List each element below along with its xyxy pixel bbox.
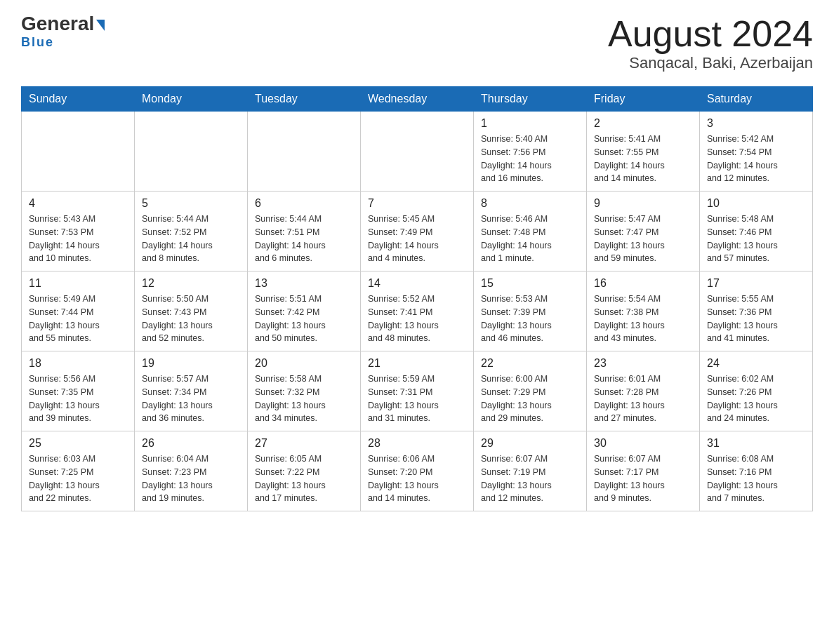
calendar-cell: 2Sunrise: 5:41 AMSunset: 7:55 PMDaylight… xyxy=(587,112,700,192)
day-number: 3 xyxy=(707,117,805,130)
day-number: 4 xyxy=(29,197,127,210)
day-number: 31 xyxy=(707,437,805,450)
day-number: 10 xyxy=(707,197,805,210)
day-number: 22 xyxy=(481,357,579,370)
day-info: Sunrise: 5:48 AMSunset: 7:46 PMDaylight:… xyxy=(707,213,805,265)
calendar-cell: 24Sunrise: 6:02 AMSunset: 7:26 PMDayligh… xyxy=(700,351,813,431)
day-number: 19 xyxy=(142,357,240,370)
calendar-cell: 3Sunrise: 5:42 AMSunset: 7:54 PMDaylight… xyxy=(700,112,813,192)
calendar-week-row: 1Sunrise: 5:40 AMSunset: 7:56 PMDaylight… xyxy=(22,112,813,192)
calendar-cell xyxy=(22,112,135,192)
day-info: Sunrise: 5:55 AMSunset: 7:36 PMDaylight:… xyxy=(707,293,805,345)
day-info: Sunrise: 5:58 AMSunset: 7:32 PMDaylight:… xyxy=(255,373,353,425)
day-number: 18 xyxy=(29,357,127,370)
calendar-cell: 28Sunrise: 6:06 AMSunset: 7:20 PMDayligh… xyxy=(361,431,474,511)
day-number: 9 xyxy=(594,197,692,210)
day-info: Sunrise: 6:07 AMSunset: 7:19 PMDaylight:… xyxy=(481,452,579,505)
day-info: Sunrise: 5:52 AMSunset: 7:41 PMDaylight:… xyxy=(368,293,466,345)
logo-triangle-icon xyxy=(96,20,105,31)
calendar-cell: 15Sunrise: 5:53 AMSunset: 7:39 PMDayligh… xyxy=(474,271,587,351)
calendar-week-row: 25Sunrise: 6:03 AMSunset: 7:25 PMDayligh… xyxy=(22,431,813,511)
calendar-cell: 31Sunrise: 6:08 AMSunset: 7:16 PMDayligh… xyxy=(700,431,813,511)
day-info: Sunrise: 5:51 AMSunset: 7:42 PMDaylight:… xyxy=(255,293,353,345)
calendar-table: SundayMondayTuesdayWednesdayThursdayFrid… xyxy=(21,86,813,511)
day-info: Sunrise: 5:49 AMSunset: 7:44 PMDaylight:… xyxy=(29,293,127,345)
day-info: Sunrise: 6:05 AMSunset: 7:22 PMDaylight:… xyxy=(255,452,353,505)
day-info: Sunrise: 5:43 AMSunset: 7:53 PMDaylight:… xyxy=(29,213,127,265)
day-info: Sunrise: 6:04 AMSunset: 7:23 PMDaylight:… xyxy=(142,452,240,505)
calendar-cell: 7Sunrise: 5:45 AMSunset: 7:49 PMDaylight… xyxy=(361,192,474,271)
day-number: 21 xyxy=(368,357,466,370)
day-info: Sunrise: 6:03 AMSunset: 7:25 PMDaylight:… xyxy=(29,452,127,505)
day-info: Sunrise: 5:56 AMSunset: 7:35 PMDaylight:… xyxy=(29,373,127,425)
day-info: Sunrise: 5:46 AMSunset: 7:48 PMDaylight:… xyxy=(481,213,579,265)
day-number: 13 xyxy=(255,277,353,290)
day-info: Sunrise: 6:01 AMSunset: 7:28 PMDaylight:… xyxy=(594,373,692,425)
day-number: 5 xyxy=(142,197,240,210)
calendar-cell: 5Sunrise: 5:44 AMSunset: 7:52 PMDaylight… xyxy=(135,192,248,271)
calendar-cell: 17Sunrise: 5:55 AMSunset: 7:36 PMDayligh… xyxy=(700,271,813,351)
calendar-cell: 16Sunrise: 5:54 AMSunset: 7:38 PMDayligh… xyxy=(587,271,700,351)
weekday-header-tuesday: Tuesday xyxy=(248,87,361,112)
calendar-week-row: 11Sunrise: 5:49 AMSunset: 7:44 PMDayligh… xyxy=(22,271,813,351)
calendar-cell: 1Sunrise: 5:40 AMSunset: 7:56 PMDaylight… xyxy=(474,112,587,192)
day-info: Sunrise: 5:47 AMSunset: 7:47 PMDaylight:… xyxy=(594,213,692,265)
day-number: 16 xyxy=(594,277,692,290)
calendar-cell: 19Sunrise: 5:57 AMSunset: 7:34 PMDayligh… xyxy=(135,351,248,431)
title-section: August 2024 Sanqacal, Baki, Azerbaijan xyxy=(608,14,813,72)
calendar-body: 1Sunrise: 5:40 AMSunset: 7:56 PMDaylight… xyxy=(22,112,813,511)
calendar-cell: 4Sunrise: 5:43 AMSunset: 7:53 PMDaylight… xyxy=(22,192,135,271)
day-number: 12 xyxy=(142,277,240,290)
calendar-cell: 18Sunrise: 5:56 AMSunset: 7:35 PMDayligh… xyxy=(22,351,135,431)
day-number: 2 xyxy=(594,117,692,130)
day-info: Sunrise: 6:06 AMSunset: 7:20 PMDaylight:… xyxy=(368,452,466,505)
calendar-cell: 6Sunrise: 5:44 AMSunset: 7:51 PMDaylight… xyxy=(248,192,361,271)
day-number: 1 xyxy=(481,117,579,130)
calendar-cell: 10Sunrise: 5:48 AMSunset: 7:46 PMDayligh… xyxy=(700,192,813,271)
calendar-cell: 30Sunrise: 6:07 AMSunset: 7:17 PMDayligh… xyxy=(587,431,700,511)
weekday-header-monday: Monday xyxy=(135,87,248,112)
day-number: 15 xyxy=(481,277,579,290)
day-number: 24 xyxy=(707,357,805,370)
calendar-week-row: 4Sunrise: 5:43 AMSunset: 7:53 PMDaylight… xyxy=(22,192,813,271)
day-number: 28 xyxy=(368,437,466,450)
day-number: 29 xyxy=(481,437,579,450)
weekday-header-wednesday: Wednesday xyxy=(361,87,474,112)
day-number: 30 xyxy=(594,437,692,450)
calendar-cell: 23Sunrise: 6:01 AMSunset: 7:28 PMDayligh… xyxy=(587,351,700,431)
day-info: Sunrise: 6:02 AMSunset: 7:26 PMDaylight:… xyxy=(707,373,805,425)
day-info: Sunrise: 5:44 AMSunset: 7:51 PMDaylight:… xyxy=(255,213,353,265)
page-header: General Blue August 2024 Sanqacal, Baki,… xyxy=(21,14,813,72)
day-number: 25 xyxy=(29,437,127,450)
calendar-cell: 9Sunrise: 5:47 AMSunset: 7:47 PMDaylight… xyxy=(587,192,700,271)
day-info: Sunrise: 5:54 AMSunset: 7:38 PMDaylight:… xyxy=(594,293,692,345)
calendar-cell: 8Sunrise: 5:46 AMSunset: 7:48 PMDaylight… xyxy=(474,192,587,271)
logo: General Blue xyxy=(21,14,105,50)
day-info: Sunrise: 5:40 AMSunset: 7:56 PMDaylight:… xyxy=(481,133,579,185)
calendar-cell: 14Sunrise: 5:52 AMSunset: 7:41 PMDayligh… xyxy=(361,271,474,351)
calendar-header: SundayMondayTuesdayWednesdayThursdayFrid… xyxy=(22,87,813,112)
day-info: Sunrise: 5:45 AMSunset: 7:49 PMDaylight:… xyxy=(368,213,466,265)
day-info: Sunrise: 5:50 AMSunset: 7:43 PMDaylight:… xyxy=(142,293,240,345)
calendar-cell: 27Sunrise: 6:05 AMSunset: 7:22 PMDayligh… xyxy=(248,431,361,511)
logo-blue: Blue xyxy=(21,35,54,50)
calendar-cell: 29Sunrise: 6:07 AMSunset: 7:19 PMDayligh… xyxy=(474,431,587,511)
day-info: Sunrise: 6:07 AMSunset: 7:17 PMDaylight:… xyxy=(594,452,692,505)
weekday-header-row: SundayMondayTuesdayWednesdayThursdayFrid… xyxy=(22,87,813,112)
calendar-cell: 13Sunrise: 5:51 AMSunset: 7:42 PMDayligh… xyxy=(248,271,361,351)
calendar-cell xyxy=(361,112,474,192)
weekday-header-thursday: Thursday xyxy=(474,87,587,112)
calendar-cell: 25Sunrise: 6:03 AMSunset: 7:25 PMDayligh… xyxy=(22,431,135,511)
day-number: 11 xyxy=(29,277,127,290)
day-number: 17 xyxy=(707,277,805,290)
day-info: Sunrise: 5:57 AMSunset: 7:34 PMDaylight:… xyxy=(142,373,240,425)
day-info: Sunrise: 6:08 AMSunset: 7:16 PMDaylight:… xyxy=(707,452,805,505)
logo-general: General xyxy=(21,14,105,34)
calendar-cell: 26Sunrise: 6:04 AMSunset: 7:23 PMDayligh… xyxy=(135,431,248,511)
day-number: 14 xyxy=(368,277,466,290)
day-info: Sunrise: 6:00 AMSunset: 7:29 PMDaylight:… xyxy=(481,373,579,425)
month-title: August 2024 xyxy=(608,14,813,54)
calendar-cell: 21Sunrise: 5:59 AMSunset: 7:31 PMDayligh… xyxy=(361,351,474,431)
weekday-header-friday: Friday xyxy=(587,87,700,112)
day-info: Sunrise: 5:41 AMSunset: 7:55 PMDaylight:… xyxy=(594,133,692,185)
